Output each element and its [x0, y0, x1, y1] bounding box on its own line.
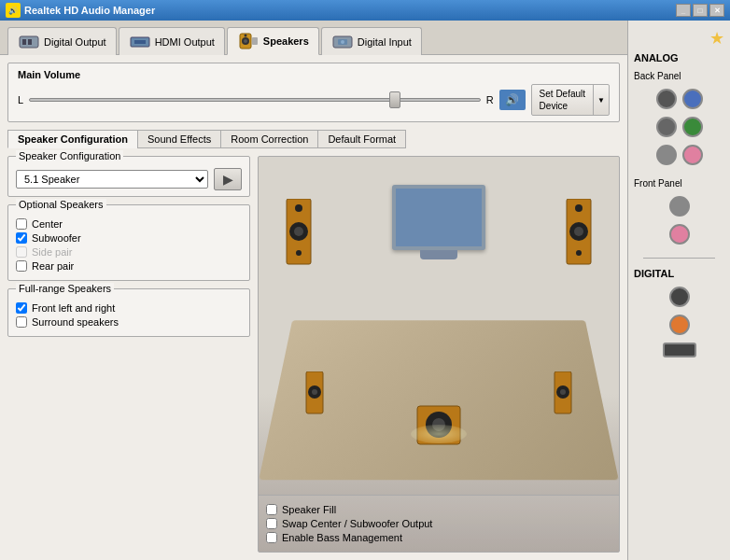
set-default-button[interactable]: Set DefaultDevice ▼	[531, 84, 610, 116]
front-jack-2[interactable]	[669, 224, 690, 245]
digital-input-icon	[331, 33, 354, 51]
checkbox-side-pair-input[interactable]	[16, 246, 27, 258]
maximize-button[interactable]: □	[693, 4, 708, 17]
checkbox-swap-center: Swap Center / Subwoofer Output	[266, 518, 611, 529]
digital-jack-row2	[669, 315, 690, 335]
speaker-right-front[interactable]	[565, 199, 593, 275]
app-icon: 🔊	[6, 3, 21, 18]
analog-label: ANALOG	[634, 52, 679, 63]
front-jack-1[interactable]	[669, 196, 690, 217]
checkbox-swap-center-input[interactable]	[266, 518, 277, 529]
floor-glow	[411, 425, 467, 443]
content-area: Main Volume L R 🔊 Set DefaultDevice ▼	[0, 55, 627, 560]
optional-speakers-group: Optional Speakers Center Subwoofer	[7, 204, 250, 281]
viz-checkboxes: Speaker Fill Swap Center / Subwoofer Out…	[259, 495, 619, 552]
sub-tab-sound-effects[interactable]: Sound Effects	[137, 130, 220, 148]
play-button[interactable]: ▶	[214, 168, 242, 190]
volume-right-label: R	[486, 94, 494, 105]
config-panel: Speaker Configuration 5.1 Speaker 2.0 Sp…	[7, 156, 250, 553]
speaker-left-front[interactable]	[285, 199, 313, 275]
back-jack-1[interactable]	[656, 89, 677, 109]
digital-output-icon	[18, 33, 40, 51]
volume-left-label: L	[18, 94, 23, 105]
checkbox-surround-label: Surround speakers	[32, 316, 119, 328]
speaker-rear-right[interactable]	[554, 371, 572, 420]
window-controls[interactable]: _ □ ✕	[676, 4, 724, 17]
checkbox-front-lr-label: Front left and right	[32, 302, 115, 314]
tab-digital-output[interactable]: Digital Output	[7, 27, 117, 55]
back-panel-row2	[656, 117, 703, 137]
main-window: Digital Output HDMI Output	[0, 21, 730, 560]
optional-speakers-title: Optional Speakers	[16, 199, 106, 210]
digital-jack-row1	[669, 287, 690, 307]
speaker-config-dropdown[interactable]: 5.1 Speaker 2.0 Speaker 4.0 Speaker 7.1 …	[16, 170, 208, 189]
set-default-dropdown-arrow[interactable]: ▼	[593, 85, 609, 115]
checkbox-center-label: Center	[32, 218, 63, 230]
svg-point-28	[312, 389, 317, 395]
svg-point-7	[244, 39, 247, 43]
tab-digital-input[interactable]: Digital Input	[321, 27, 422, 55]
back-panel-label: Back Panel	[634, 71, 681, 81]
svg-point-15	[294, 227, 303, 236]
checkbox-enable-bass: Enable Bass Management	[266, 532, 611, 543]
digital-jack-2[interactable]	[669, 315, 690, 335]
svg-point-12	[341, 40, 344, 44]
hdmi-output-icon	[129, 33, 151, 51]
speaker-stage	[259, 157, 619, 495]
checkbox-center: Center	[16, 218, 242, 230]
minimize-button[interactable]: _	[676, 4, 691, 17]
volume-slider[interactable]	[29, 98, 481, 102]
svg-rect-9	[252, 37, 258, 45]
tab-speakers[interactable]: Speakers	[227, 27, 319, 55]
checkbox-speaker-fill: Speaker Fill	[266, 504, 611, 515]
sub-tab-bar: Speaker Configuration Sound Effects Room…	[7, 130, 620, 148]
checkbox-surround-input[interactable]	[16, 316, 27, 328]
svg-point-20	[574, 227, 583, 236]
checkbox-center-input[interactable]	[16, 218, 27, 230]
speaker-rear-left[interactable]	[305, 371, 324, 420]
checkbox-enable-bass-label: Enable Bass Management	[282, 532, 402, 543]
speaker-config-group-title: Speaker Configuration	[16, 150, 123, 161]
checkbox-subwoofer-input[interactable]	[16, 232, 27, 244]
sub-tab-room-correction[interactable]: Room Correction	[220, 130, 317, 148]
back-jack-5[interactable]	[656, 145, 677, 165]
speaker-config-dropdown-row: 5.1 Speaker 2.0 Speaker 4.0 Speaker 7.1 …	[16, 168, 242, 190]
tab-bar: Digital Output HDMI Output	[0, 21, 627, 55]
tab-digital-output-label: Digital Output	[44, 36, 106, 48]
checkbox-surround: Surround speakers	[16, 316, 242, 328]
svg-point-16	[295, 204, 302, 212]
volume-label: Main Volume	[18, 69, 610, 80]
digital-jack-1[interactable]	[669, 287, 690, 307]
volume-thumb[interactable]	[389, 91, 400, 108]
back-jack-4[interactable]	[682, 117, 703, 137]
front-panel-label: Front Panel	[634, 178, 682, 189]
checkbox-front-lr-input[interactable]	[16, 302, 27, 314]
tab-speakers-label: Speakers	[263, 35, 309, 47]
speaker-config-group: Speaker Configuration 5.1 Speaker 2.0 Sp…	[7, 156, 250, 197]
svg-point-31	[560, 389, 566, 395]
tab-hdmi-output[interactable]: HDMI Output	[119, 27, 225, 55]
digital-jack-hdmi[interactable]	[663, 343, 696, 357]
svg-point-21	[575, 204, 583, 212]
speaker-icon: 🔊	[499, 90, 526, 110]
title-bar: 🔊 Realtek HD Audio Manager _ □ ✕	[0, 0, 730, 21]
volume-row: L R 🔊 Set DefaultDevice ▼	[18, 84, 610, 116]
checkbox-enable-bass-input[interactable]	[266, 532, 277, 543]
right-sidebar: ★ ANALOG Back Panel Front Panel DIGITAL	[627, 21, 730, 560]
back-jack-2[interactable]	[682, 89, 703, 109]
sub-tab-default-format[interactable]: Default Format	[317, 130, 406, 148]
digital-jack-row3	[663, 343, 696, 357]
back-jack-3[interactable]	[656, 117, 677, 137]
set-default-label[interactable]: Set DefaultDevice	[532, 85, 593, 115]
sub-tab-speaker-config[interactable]: Speaker Configuration	[7, 130, 137, 148]
back-jack-6[interactable]	[682, 145, 703, 165]
checkbox-rear-pair-input[interactable]	[16, 260, 27, 272]
checkbox-swap-center-label: Swap Center / Subwoofer Output	[282, 518, 432, 529]
left-panel: Digital Output HDMI Output	[0, 21, 627, 560]
checkbox-subwoofer: Subwoofer	[16, 232, 242, 244]
tab-hdmi-output-label: HDMI Output	[155, 36, 215, 48]
checkbox-speaker-fill-input[interactable]	[266, 504, 277, 515]
back-panel-row3	[656, 145, 703, 165]
svg-point-22	[576, 250, 582, 256]
close-button[interactable]: ✕	[709, 4, 724, 17]
